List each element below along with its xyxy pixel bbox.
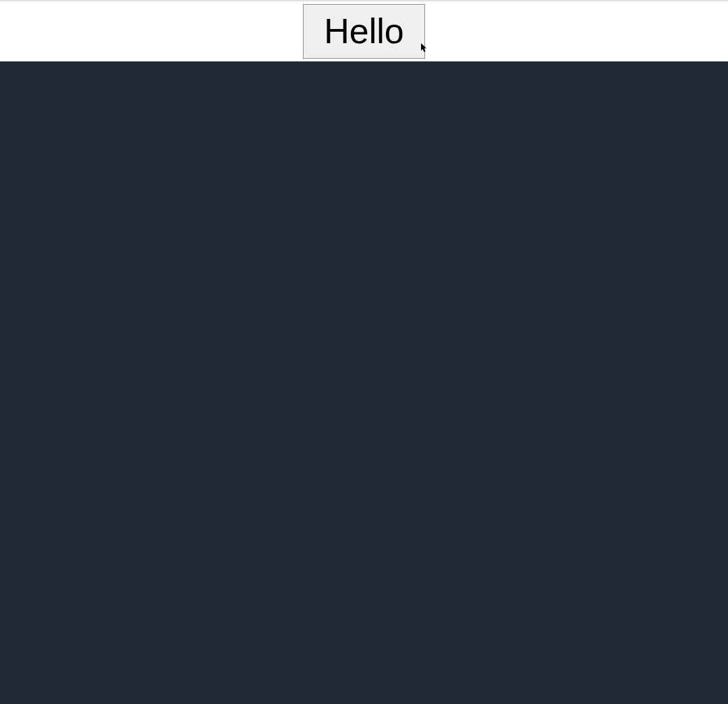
top-bar: Hello bbox=[0, 0, 728, 61]
hello-button[interactable]: Hello bbox=[303, 4, 425, 59]
main-content-area bbox=[0, 61, 728, 704]
